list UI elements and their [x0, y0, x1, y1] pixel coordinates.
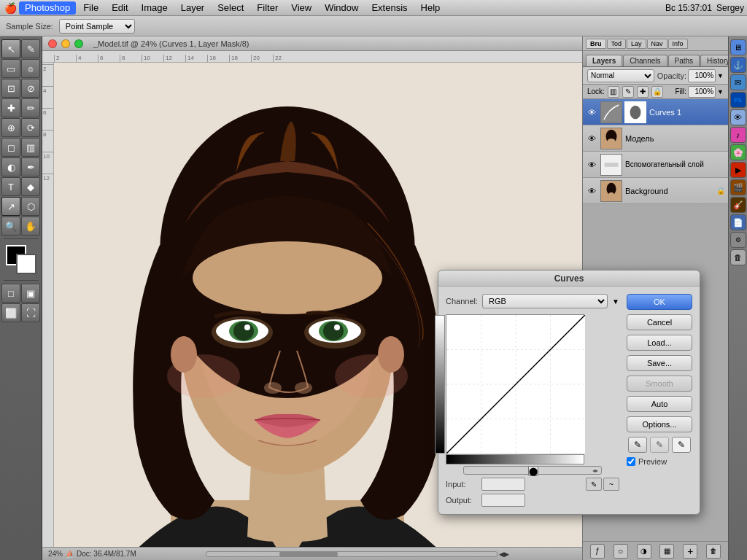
curves-channel-arrow[interactable]: ▼: [612, 298, 619, 306]
background-color[interactable]: [16, 254, 36, 274]
menu-window[interactable]: Window: [319, 1, 364, 15]
layer-visibility-curves1[interactable]: 👁: [586, 106, 597, 118]
curves-save-button[interactable]: Save...: [627, 355, 692, 371]
brush-tab-tod[interactable]: Tod: [607, 39, 627, 49]
fill-arrow[interactable]: ▼: [717, 88, 724, 96]
tool-quickmask-mode[interactable]: ▣: [21, 284, 40, 303]
layer-visibility-model[interactable]: 👁: [586, 133, 597, 144]
layer-aux[interactable]: 👁 Вспомогательный слой: [583, 152, 728, 178]
menu-view[interactable]: View: [285, 1, 317, 15]
dock-icon-system[interactable]: ⚙: [730, 232, 746, 248]
tool-gradient[interactable]: ▥: [21, 138, 40, 157]
new-group-btn[interactable]: ▦: [659, 544, 674, 559]
layer-style-btn[interactable]: ƒ: [590, 544, 605, 559]
tool-healing[interactable]: ✚: [1, 98, 20, 117]
close-button[interactable]: [48, 39, 57, 48]
lock-paint[interactable]: ✎: [622, 86, 634, 98]
menu-file[interactable]: File: [77, 1, 104, 15]
curves-cancel-button[interactable]: Cancel: [627, 314, 692, 330]
apple-menu[interactable]: 🍎: [3, 0, 18, 16]
tool-marquee-lasso[interactable]: ⌾: [21, 59, 40, 78]
brush-tab-lay[interactable]: Lay: [627, 39, 646, 49]
dock-icon-finder[interactable]: 🖥: [730, 39, 746, 55]
tab-layers[interactable]: Layers: [586, 55, 622, 66]
dock-icon-dvd[interactable]: ▶: [730, 162, 746, 178]
curve-smooth-line-btn[interactable]: ~: [603, 478, 619, 491]
dock-icon-itunes[interactable]: ♪: [730, 127, 746, 143]
tool-clone[interactable]: ⊕: [1, 118, 20, 137]
menu-image[interactable]: Image: [136, 1, 174, 15]
dock-icon-safari[interactable]: ⚓: [730, 57, 746, 73]
tool-crop[interactable]: ⊡: [1, 79, 20, 98]
dock-icon-idvd[interactable]: 🎬: [730, 179, 746, 195]
menu-filter[interactable]: Filter: [251, 1, 284, 15]
blend-mode-select[interactable]: Normal Multiply Screen Overlay: [587, 69, 654, 82]
input-value[interactable]: [481, 478, 525, 491]
lock-position[interactable]: ✚: [637, 86, 649, 98]
tool-direct-select[interactable]: ↗: [1, 197, 20, 216]
menu-help[interactable]: Help: [415, 1, 446, 15]
layer-visibility-aux[interactable]: 👁: [586, 159, 597, 171]
tool-pen[interactable]: ✒: [21, 158, 40, 176]
scroll-h[interactable]: [206, 551, 498, 557]
curves-slider[interactable]: ⬤ ◂▸: [463, 466, 602, 475]
scroll-left[interactable]: ◀: [499, 551, 504, 558]
minimize-button[interactable]: [61, 39, 70, 48]
tool-standard-mode[interactable]: □: [1, 284, 20, 303]
eyedropper-black[interactable]: ✎: [628, 437, 647, 453]
tool-dodge[interactable]: ◐: [1, 158, 20, 176]
tool-zoom[interactable]: 🔍: [1, 217, 20, 236]
layer-background[interactable]: 👁 Background 🔒: [583, 178, 728, 204]
curves-load-button[interactable]: Load...: [627, 335, 692, 351]
scroll-thumb-h[interactable]: [279, 552, 338, 556]
menu-extensis[interactable]: Extensis: [365, 1, 413, 15]
dock-icon-mail[interactable]: ✉: [730, 74, 746, 90]
tool-text[interactable]: T: [1, 177, 20, 196]
lock-all[interactable]: 🔒: [651, 86, 663, 98]
layer-curves1[interactable]: 👁 Curves 1: [583, 99, 728, 125]
dock-icon-iphoto[interactable]: 🌸: [730, 144, 746, 160]
nav-icon[interactable]: ⛵: [66, 551, 74, 558]
output-value[interactable]: [481, 494, 525, 507]
new-layer-btn[interactable]: +: [683, 544, 697, 559]
menu-layer[interactable]: Layer: [175, 1, 211, 15]
dock-icon-iwork[interactable]: 📄: [730, 214, 746, 230]
tool-screen-mode[interactable]: ⬜: [1, 303, 20, 322]
opacity-input[interactable]: [688, 69, 716, 82]
tool-brush[interactable]: ✏: [21, 98, 40, 117]
curves-auto-button[interactable]: Auto: [627, 396, 692, 412]
opacity-arrow[interactable]: ▼: [717, 72, 724, 79]
eyedropper-gray[interactable]: ✎: [650, 437, 669, 453]
dock-icon-garageband[interactable]: 🎸: [730, 197, 746, 213]
layer-mask-btn[interactable]: ○: [614, 544, 628, 559]
tool-hand[interactable]: ✋: [21, 217, 40, 236]
tool-fullscreen[interactable]: ⛶: [21, 303, 40, 322]
curves-graph[interactable]: [446, 314, 584, 453]
tool-slice[interactable]: ⊘: [21, 79, 40, 98]
sample-size-select[interactable]: Point Sample 3 by 3 Average 5 by 5 Avera…: [59, 19, 135, 34]
dock-icon-ps[interactable]: Ps: [730, 92, 746, 108]
curves-smooth-button[interactable]: Smooth: [627, 376, 692, 392]
tab-paths[interactable]: Paths: [668, 55, 700, 66]
preview-checkbox[interactable]: [627, 457, 635, 466]
curves-options-button[interactable]: Options...: [627, 416, 692, 432]
scroll-right[interactable]: ▶: [504, 551, 509, 558]
menu-select[interactable]: Select: [212, 1, 249, 15]
tool-vector[interactable]: ⬡: [21, 197, 40, 216]
dock-icon-preview[interactable]: 👁: [730, 109, 746, 125]
new-fill-layer-btn[interactable]: ◑: [637, 544, 651, 559]
brush-tab-info[interactable]: Info: [668, 39, 688, 49]
tool-history-brush[interactable]: ⟳: [21, 118, 40, 137]
color-swatches[interactable]: [4, 245, 38, 274]
menu-photoshop[interactable]: Photoshop: [19, 1, 76, 15]
curves-svg[interactable]: [446, 315, 585, 454]
curves-channel-select[interactable]: RGB Red Green Blue: [482, 294, 608, 308]
tool-marquee-rect[interactable]: ▭: [1, 59, 20, 78]
dock-icon-trash[interactable]: 🗑: [730, 249, 746, 265]
delete-layer-btn[interactable]: 🗑: [706, 544, 721, 559]
menu-edit[interactable]: Edit: [106, 1, 133, 15]
curve-pencil-btn[interactable]: ✎: [586, 478, 602, 491]
lock-transparency[interactable]: ▥: [608, 86, 619, 98]
brush-tab-bru[interactable]: Bru: [586, 39, 606, 49]
tool-shape[interactable]: ◆: [21, 177, 40, 196]
